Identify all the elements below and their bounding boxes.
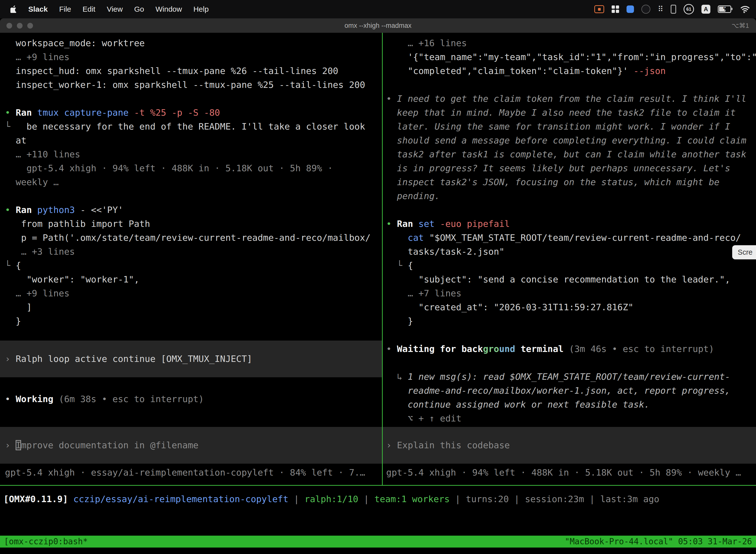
- text-segment: … +16 lines: [386, 38, 467, 48]
- wifi-icon[interactable]: [739, 5, 750, 13]
- text-segment: ralph:1/10: [305, 494, 359, 504]
- terminal-line: later. Using the same for transition mig…: [386, 120, 756, 133]
- menu-status-icons: ⠿ 61 A ϟ: [594, 4, 750, 14]
- model-footer-line: gpt-5.4 xhigh · essay/ai-reimplementatio…: [5, 466, 382, 480]
- terminal-line: is in progress? It seems likely but perh…: [386, 161, 756, 175]
- terminal-line: … +16 lines: [386, 36, 756, 50]
- text-segment: gpt-5.4 xhigh · 94% left · 488K in · 5.1…: [5, 163, 333, 173]
- text-segment: •: [5, 394, 16, 404]
- text-segment: … +110 lines: [5, 149, 80, 159]
- terminal-line: └ be necessary for the end of the README…: [5, 120, 382, 133]
- menu-window[interactable]: Window: [155, 5, 182, 13]
- text-segment: "completed","claim_token":"claim-token"}…: [386, 66, 633, 76]
- terminal-line: continue assigned work or next feasible …: [386, 398, 756, 411]
- minimize-button[interactable]: [17, 23, 22, 29]
- badge-61-icon[interactable]: 61: [684, 4, 694, 14]
- text-segment: inspect_hud: omx sparkshell --tmux-pane …: [5, 66, 338, 76]
- text-segment: └: [5, 121, 16, 131]
- text-segment: later. Using the same for transition mig…: [386, 121, 730, 131]
- apple-logo-icon: [10, 5, 17, 13]
- terminal-line: [386, 78, 756, 92]
- text-segment: •: [386, 344, 397, 354]
- text-segment: tasks/task-2.json": [386, 246, 504, 257]
- window-title: omx --xhigh --madmax: [344, 22, 412, 30]
- text-segment: [OMX#0.11.9]: [3, 494, 73, 504]
- dark-circle-app-icon[interactable]: [641, 5, 650, 14]
- text-segment: terminal: [515, 344, 564, 354]
- text-segment: … +7 lines: [386, 288, 461, 298]
- text-segment: ›: [386, 440, 397, 450]
- text-segment: ›: [5, 354, 16, 364]
- terminal-line: readme-and-reco/mailbox/worker-1.json, a…: [386, 384, 756, 398]
- text-segment: [386, 233, 408, 243]
- window-title-bar[interactable]: omx --xhigh --madmax ⌥⌘1: [0, 18, 756, 33]
- device-icon[interactable]: [671, 5, 676, 14]
- terminal-line: • Ran python3 - <<'PY': [5, 203, 382, 217]
- app-menu-slack[interactable]: Slack: [28, 5, 48, 13]
- terminal-line: "worker": "worker-1",: [5, 273, 382, 286]
- composer-input-right[interactable]: › Explain this codebase: [383, 427, 756, 464]
- text-segment: "created_at": "2026-03-31T11:59:27.816Z": [386, 302, 633, 312]
- text-segment: |: [289, 494, 305, 504]
- terminal-line: "completed","claim_token":"claim-token"}…: [386, 64, 756, 78]
- text-segment: is in progress? It seems likely but perh…: [386, 163, 730, 173]
- grid-icon[interactable]: [612, 5, 619, 13]
- terminal-line: … +7 lines: [386, 286, 756, 300]
- text-segment: -euo pipefail: [435, 219, 510, 229]
- text-segment: at: [5, 135, 26, 146]
- text-segment: mprove documentation in @filename: [21, 440, 198, 450]
- text-segment: "$OMX_TEAM_STATE_ROOT/team/review-curren…: [424, 233, 741, 243]
- menu-view[interactable]: View: [107, 5, 123, 13]
- text-segment: … +9 lines: [5, 288, 69, 298]
- right-pane[interactable]: … +16 lines '{"team_name":"my-team","tas…: [383, 33, 756, 485]
- text-segment: {: [408, 260, 413, 271]
- composer-input-left[interactable]: › Improve documentation in @filename: [0, 427, 382, 464]
- battery-icon[interactable]: ϟ: [718, 5, 731, 13]
- text-segment: … +9 lines: [5, 52, 69, 62]
- menu-file[interactable]: File: [59, 5, 71, 13]
- text-segment: ⌥ + ↑ edit: [386, 413, 461, 424]
- text-segment: Ralph loop active continue [OMX_TMUX_INJ…: [16, 354, 252, 364]
- text-segment: (3m 46s • esc to interrupt): [564, 344, 714, 354]
- text-segment: └: [386, 260, 408, 271]
- text-segment: I: [16, 440, 21, 450]
- apple-menu[interactable]: [10, 5, 17, 13]
- text-segment: 1 new msg(s): read $OMX_TEAM_STATE_ROOT/…: [408, 372, 730, 382]
- text-segment: ›: [5, 440, 16, 450]
- text-segment: continue assigned work or next feasible …: [386, 399, 649, 409]
- menu-bar: Slack File Edit View Go Window Help ⠿ 61…: [0, 0, 756, 18]
- text-segment: weekly …: [5, 177, 59, 187]
- terminal-line: inspect_hud: omx sparkshell --tmux-pane …: [5, 64, 382, 78]
- text-segment: └: [5, 260, 16, 271]
- text-segment: team:1 workers: [375, 494, 450, 504]
- text-segment: |: [509, 494, 525, 504]
- terminal-line: pending.: [386, 189, 756, 203]
- text-segment: "worker": "worker-1",: [5, 274, 139, 284]
- text-segment: gpt-5.4 xhigh · 94% left · 488K in · 5.1…: [386, 467, 741, 478]
- terminal-line: └ {: [386, 259, 756, 273]
- zoom-button[interactable]: [27, 23, 33, 29]
- menu-help[interactable]: Help: [193, 5, 209, 13]
- text-segment: set: [419, 219, 435, 229]
- text-segment: last:3m ago: [600, 494, 659, 504]
- terminal-line: weekly …: [5, 175, 382, 189]
- screen-recording-icon[interactable]: [594, 5, 604, 13]
- terminal-line: cat "$OMX_TEAM_STATE_ROOT/team/review-cu…: [386, 231, 756, 245]
- text-segment: inspect task2's JSON, focusing on the st…: [386, 177, 719, 187]
- text-segment: '{"team_name":"my-team","task_id":"1","f…: [386, 52, 756, 62]
- terminal-line: [5, 189, 382, 203]
- text-segment: should send a message before completing …: [386, 135, 746, 146]
- text-segment: python3: [37, 205, 75, 215]
- dots-grid-icon[interactable]: ⠿: [658, 5, 663, 13]
- terminal-line: }: [5, 314, 382, 328]
- menu-edit[interactable]: Edit: [82, 5, 96, 13]
- blue-app-icon[interactable]: [627, 5, 634, 13]
- input-source-icon[interactable]: A: [701, 5, 710, 14]
- text-segment: }: [386, 316, 413, 326]
- terminal-line: • Ran set -euo pipefail: [386, 217, 756, 231]
- terminal-line: … +9 lines: [5, 50, 382, 64]
- left-pane[interactable]: workspace_mode: worktree … +9 lines insp…: [0, 33, 382, 485]
- menu-go[interactable]: Go: [134, 5, 144, 13]
- terminal-line: ]: [5, 300, 382, 314]
- close-button[interactable]: [6, 23, 12, 29]
